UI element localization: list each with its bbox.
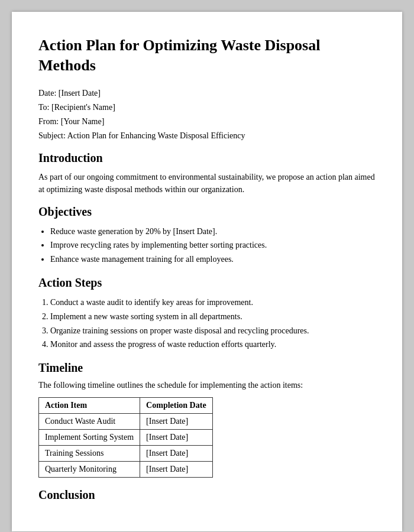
table-cell-action: Training Sessions (39, 446, 140, 462)
table-header-action: Action Item (39, 398, 140, 414)
timeline-heading: Timeline (38, 361, 376, 375)
list-item: Monitor and assess the progress of waste… (50, 338, 376, 352)
objectives-heading: Objectives (38, 205, 376, 219)
subject-field: Subject: Action Plan for Enhancing Waste… (38, 131, 376, 141)
document-container: Action Plan for Optimizing Waste Disposa… (12, 12, 402, 531)
action-steps-heading: Action Steps (38, 276, 376, 290)
action-steps-list: Conduct a waste audit to identify key ar… (50, 296, 376, 352)
introduction-body: As part of our ongoing commitment to env… (38, 171, 376, 196)
introduction-section: Introduction As part of our ongoing comm… (38, 151, 376, 196)
objectives-list: Reduce waste generation by 20% by [Inser… (50, 225, 376, 267)
table-cell-date: [Insert Date] (140, 462, 213, 478)
table-cell-action: Conduct Waste Audit (39, 414, 140, 430)
to-field: To: [Recipient's Name] (38, 103, 376, 112)
table-row: Quarterly Monitoring [Insert Date] (39, 462, 213, 478)
from-field: From: [Your Name] (38, 117, 376, 126)
table-cell-action: Quarterly Monitoring (39, 462, 140, 478)
conclusion-heading: Conclusion (38, 488, 376, 502)
table-row: Conduct Waste Audit [Insert Date] (39, 414, 213, 430)
date-field: Date: [Insert Date] (38, 89, 376, 98)
table-row: Training Sessions [Insert Date] (39, 446, 213, 462)
subject-value: Action Plan for Enhancing Waste Disposal… (67, 131, 245, 140)
subject-label: Subject: (38, 131, 66, 140)
conclusion-section: Conclusion (38, 488, 376, 502)
list-item: Conduct a waste audit to identify key ar… (50, 296, 376, 310)
table-row: Implement Sorting System [Insert Date] (39, 430, 213, 446)
list-item: Implement a new waste sorting system in … (50, 310, 376, 324)
timeline-intro: The following timeline outlines the sche… (38, 381, 376, 390)
table-cell-date: [Insert Date] (140, 446, 213, 462)
date-label: Date: (38, 89, 56, 98)
list-item: Organize training sessions on proper was… (50, 324, 376, 338)
objectives-section: Objectives Reduce waste generation by 20… (38, 205, 376, 267)
table-cell-action: Implement Sorting System (39, 430, 140, 446)
table-header-row: Action Item Completion Date (39, 398, 213, 414)
list-item: Improve recycling rates by implementing … (50, 238, 376, 252)
list-item: Enhance waste management training for al… (50, 252, 376, 267)
from-label: From: (38, 117, 59, 126)
to-label: To: (38, 103, 49, 112)
table-cell-date: [Insert Date] (140, 430, 213, 446)
table-cell-date: [Insert Date] (140, 414, 213, 430)
timeline-section: Timeline The following timeline outlines… (38, 361, 376, 478)
list-item: Reduce waste generation by 20% by [Inser… (50, 225, 376, 239)
action-steps-section: Action Steps Conduct a waste audit to id… (38, 276, 376, 352)
to-value: [Recipient's Name] (51, 103, 115, 112)
from-value: [Your Name] (61, 117, 105, 126)
date-value: [Insert Date] (59, 89, 101, 98)
introduction-heading: Introduction (38, 151, 376, 165)
document-title: Action Plan for Optimizing Waste Disposa… (38, 35, 376, 76)
table-header-date: Completion Date (140, 398, 213, 414)
timeline-table: Action Item Completion Date Conduct Wast… (38, 397, 213, 478)
